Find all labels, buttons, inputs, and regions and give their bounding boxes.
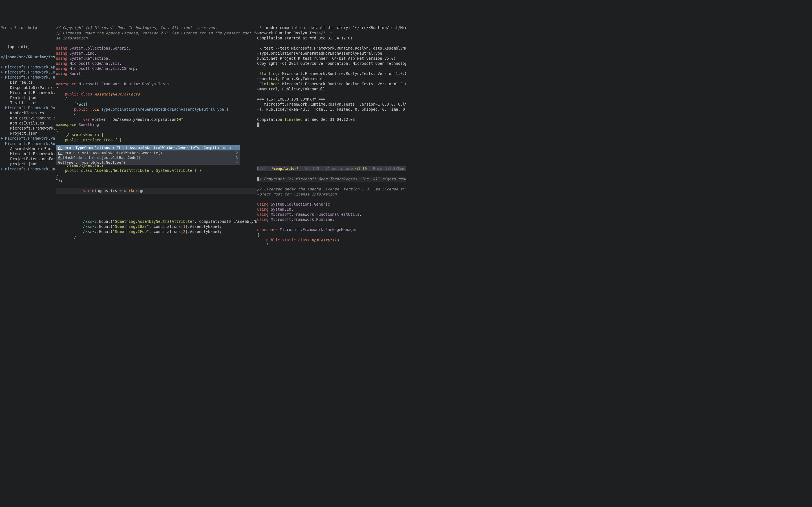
neotree-file[interactable]: Project.json: [0, 96, 55, 101]
neotree-folder[interactable]: + Microsoft.Framework.Pack>: [0, 136, 55, 141]
neotree-help: Press ? for help.: [0, 25, 55, 31]
neotree-root-path[interactable]: </jason/src/KRuntime/test: [0, 55, 55, 60]
neotree-file[interactable]: Microsoft.Framework.Pa>: [0, 126, 55, 131]
modeline-compilation: U:%*- *compilation* All L15 (Compilation…: [257, 166, 406, 171]
neotree-file[interactable]: KpmTes⎕Utils.cs: [0, 121, 55, 126]
main-code-buffer[interactable]: // Copyright (c) Microsoft Open Technolo…: [55, 20, 257, 244]
neotree-file[interactable]: KpmPackTests.cs: [0, 111, 55, 116]
neotree-up-dir[interactable]: .. (up a dir): [0, 45, 55, 50]
neotree-folder[interactable]: + Microsoft.Framework.Comm>: [0, 70, 55, 75]
neotree-sidebar[interactable]: Press ? for help. .. (up a dir) </jason/…: [0, 20, 55, 244]
compilation-buffer[interactable]: -*- mode: compilation; default-directory…: [257, 20, 406, 166]
neotree-file[interactable]: Microsoft.Framework.Fu>: [0, 91, 55, 96]
right-code-buffer[interactable]: / Copyright (c) Microsoft Open Technolog…: [257, 171, 406, 244]
neotree-file[interactable]: DisposableDirPath.cs: [0, 86, 55, 91]
neotree-file[interactable]: DirTree.cs: [0, 80, 55, 85]
autocomplete-item[interactable]: GetHashCode : int object.GetHashCode()3: [56, 155, 240, 160]
neotree-folder[interactable]: - Microsoft.Framework.Runt>: [0, 142, 55, 147]
neotree-folder[interactable]: - Microsoft.Framework.Func>: [0, 75, 55, 80]
neotree-file[interactable]: project.json: [0, 162, 55, 167]
neotree-file[interactable]: ProjectExtensionsFacts>: [0, 157, 55, 162]
autocomplete-item[interactable]: GetType : Type object.GetType()4: [56, 160, 240, 165]
neotree-folder[interactable]: + Microsoft.Framework.Appl>: [0, 65, 55, 70]
neotree-folder[interactable]: - Microsoft.Framework.Pack>: [0, 106, 55, 111]
neotree-file[interactable]: TestUtils.cs: [0, 101, 55, 106]
autocomplete-item[interactable]: GenerateTypeCompilations : IList Assembl…: [56, 145, 240, 150]
neotree-file[interactable]: KpmTestEnvironment.cs: [0, 116, 55, 121]
neotree-file[interactable]: Microsoft.Framework.Ru>: [0, 152, 55, 157]
neotree-file[interactable]: AssemblyNeutralFacts.c>: [0, 147, 55, 152]
cursor: [257, 122, 259, 127]
autocomplete-popup[interactable]: GenerateTypeCompilations : IList Assembl…: [56, 145, 240, 165]
neotree-folder[interactable]: + Microsoft.Framework.Runt>: [0, 167, 55, 172]
neotree-file[interactable]: Project.json: [0, 131, 55, 136]
autocomplete-item[interactable]: Generate : void AssemblyNeutralWorker.Ge…: [56, 151, 240, 155]
